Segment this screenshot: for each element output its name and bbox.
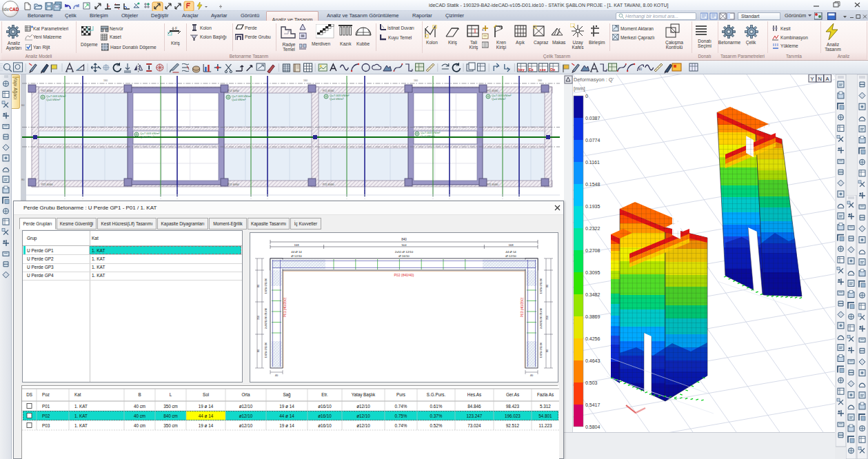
svg-text:B: B: [138, 392, 141, 397]
svg-text:0.1161: 0.1161: [585, 160, 600, 165]
svg-text:2x20Ø12/10 Ø16/10: 2x20Ø12/10 Ø16/10: [265, 308, 268, 329]
svg-text:19Ø14 Ø12/10: 19Ø14 Ø12/10: [540, 343, 543, 358]
svg-text:P02: P02: [42, 414, 50, 418]
svg-text:Kat: Kat: [74, 392, 81, 397]
svg-text:P22 40/60: P22 40/60: [41, 183, 52, 186]
svg-text:98.423: 98.423: [506, 404, 520, 409]
svg-text:168: 168: [294, 243, 300, 247]
svg-text:1. KAT: 1. KAT: [74, 404, 88, 409]
svg-text:Ger.As: Ger.As: [506, 392, 519, 397]
svg-text:0.74%: 0.74%: [395, 404, 407, 409]
svg-text:ø12/10: ø12/10: [356, 423, 370, 428]
svg-text:160: 160: [103, 79, 108, 82]
svg-text:Fazla As: Fazla As: [537, 392, 554, 397]
svg-text:0.2322: 0.2322: [585, 226, 600, 231]
svg-text:5.312: 5.312: [540, 404, 551, 409]
svg-text:0.3095: 0.3095: [585, 270, 600, 275]
svg-text:Orta: Orta: [241, 392, 250, 397]
svg-text:168: 168: [509, 243, 514, 247]
svg-text:Ø 12/10: Ø 12/10: [505, 254, 516, 258]
svg-text:Ex: Ex: [529, 68, 534, 72]
svg-text:0.37%: 0.37%: [430, 414, 443, 418]
svg-text:ø12/10: ø12/10: [356, 404, 370, 409]
svg-text:84.846: 84.846: [467, 404, 481, 409]
svg-text:N: N: [818, 76, 822, 82]
svg-text:Q=0 kN/m²: Q=0 kN/m²: [492, 97, 506, 101]
svg-text:Hes.As: Hes.As: [467, 392, 481, 397]
svg-text:P01 (40/350): P01 (40/350): [283, 297, 287, 317]
svg-text:Q=0 kN/m²: Q=0 kN/m²: [140, 135, 154, 139]
svg-text:0.503: 0.503: [585, 380, 598, 385]
svg-text:40: 40: [530, 374, 534, 377]
svg-text:44 ø 14: 44 ø 14: [199, 414, 214, 418]
svg-text:19Ø14 Ø12/10: 19Ø14 Ø12/10: [265, 278, 268, 294]
svg-text:ø12/10: ø12/10: [356, 414, 370, 418]
svg-text:Q=0 kN/m²: Q=0 kN/m²: [421, 134, 435, 138]
svg-text:0.52%: 0.52%: [430, 423, 443, 428]
svg-text:ø16/10: ø16/10: [318, 414, 332, 418]
svg-text:Ø 16/10: Ø 16/10: [398, 254, 410, 258]
svg-text:A: A: [826, 76, 829, 82]
svg-text:350: 350: [545, 315, 549, 320]
svg-text:ø12/10: ø12/10: [239, 414, 253, 418]
svg-text:P12 40/60: P12 40/60: [228, 90, 239, 92]
svg-text:80: 80: [256, 284, 260, 287]
svg-text:P12 40/60: P12 40/60: [41, 90, 52, 92]
svg-text:60: 60: [21, 103, 25, 107]
svg-text:2x51 Ø 12/10: 2x51 Ø 12/10: [395, 250, 414, 254]
svg-text:P12 40/60: P12 40/60: [323, 90, 334, 92]
svg-text:44 Ø 14: 44 Ø 14: [505, 250, 516, 254]
svg-text:P03 (40/350): P03 (40/350): [520, 297, 524, 317]
svg-text:0.0774: 0.0774: [585, 138, 600, 143]
svg-text:Purs: Purs: [396, 392, 405, 397]
svg-text:19 ø 14: 19 ø 14: [279, 404, 294, 409]
svg-text:[mm]: [mm]: [574, 85, 585, 92]
svg-text:840 cm: 840 cm: [163, 414, 178, 418]
svg-text:ø12/10: ø12/10: [239, 404, 253, 409]
svg-text:Etr.: Etr.: [321, 392, 328, 397]
svg-text:40 cm: 40 cm: [134, 414, 145, 418]
svg-text:0.3482: 0.3482: [585, 292, 600, 297]
svg-text:92.512: 92.512: [506, 423, 520, 428]
svg-text:ø16/10: ø16/10: [318, 423, 332, 428]
svg-text:40: 40: [275, 374, 279, 377]
svg-text:bxy: bxy: [518, 68, 525, 72]
svg-text:0: 0: [585, 94, 588, 99]
svg-text:ø12/10: ø12/10: [239, 423, 253, 428]
svg-text:44 Ø 14: 44 Ø 14: [291, 250, 302, 254]
svg-text:P02 (840/40): P02 (840/40): [394, 273, 414, 277]
svg-text:350: 350: [256, 315, 260, 320]
svg-text:S.G.Purs.: S.G.Purs.: [427, 392, 446, 397]
svg-text:19 ø 14: 19 ø 14: [199, 404, 214, 409]
svg-text:Poz: Poz: [42, 392, 50, 397]
svg-text:19Ø14 Ø12/10: 19Ø14 Ø12/10: [265, 343, 268, 358]
svg-text:19 ø 14: 19 ø 14: [199, 423, 214, 428]
svg-text:123.247: 123.247: [467, 414, 483, 418]
svg-text:0.5417: 0.5417: [585, 402, 600, 407]
svg-text:1. KAT: 1. KAT: [74, 423, 88, 428]
svg-text:1. KAT: 1. KAT: [74, 414, 88, 418]
svg-text:80: 80: [256, 349, 260, 352]
svg-text:P22 40/60: P22 40/60: [228, 183, 239, 186]
svg-text:L: L: [170, 392, 172, 397]
svg-text:90: 90: [638, 67, 642, 71]
svg-text:0.3869: 0.3869: [585, 314, 600, 319]
svg-text:0.2708: 0.2708: [585, 248, 600, 253]
svg-text:sxe: sxe: [540, 68, 546, 72]
svg-text:11.223: 11.223: [539, 423, 552, 428]
svg-text:160: 160: [538, 79, 542, 82]
svg-text:P22 40/60: P22 40/60: [487, 183, 498, 186]
svg-text:F: F: [175, 27, 177, 30]
svg-text:Ø 12/10: Ø 12/10: [291, 254, 302, 258]
svg-text:504: 504: [402, 243, 407, 247]
svg-text:DS: DS: [26, 392, 32, 397]
svg-text:160: 160: [303, 79, 307, 82]
svg-text:Sağ: Sağ: [283, 392, 291, 398]
svg-text:0.75%: 0.75%: [395, 414, 407, 418]
svg-text:Q=0 kN/m²: Q=0 kN/m²: [232, 98, 246, 101]
svg-text:350 cm: 350 cm: [163, 404, 178, 409]
svg-text:Yatay Başlık: Yatay Başlık: [352, 392, 376, 398]
svg-text:44 ø 14: 44 ø 14: [279, 414, 294, 418]
svg-text:P22 40/60: P22 40/60: [323, 183, 334, 186]
svg-text:350 cm: 350 cm: [163, 423, 178, 428]
